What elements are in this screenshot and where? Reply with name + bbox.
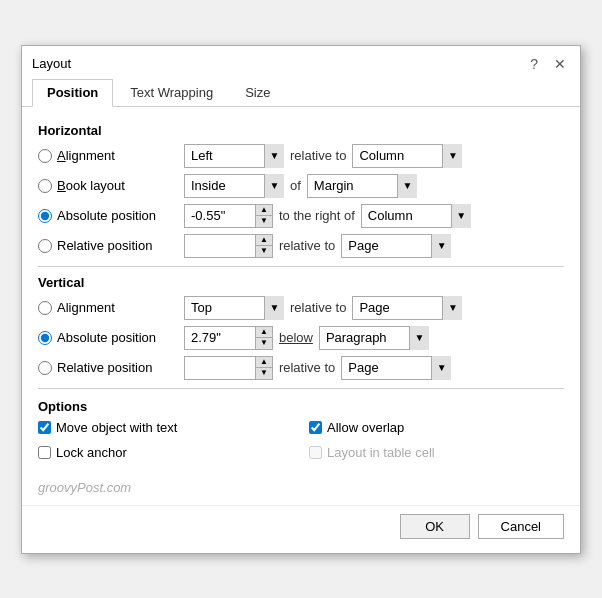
v-absolute-spin-down[interactable]: ▼ <box>256 338 272 349</box>
v-absolute-radio[interactable] <box>38 331 52 345</box>
v-absolute-relative-select[interactable]: ParagraphPageMarginLine <box>319 326 429 350</box>
h-relative-spinner: ▲ ▼ <box>184 234 273 258</box>
h-relative-radio-label[interactable]: Relative position <box>38 238 178 253</box>
v-alignment-radio-label[interactable]: Alignment <box>38 300 178 315</box>
v-alignment-relative-dropdown-wrap: PageMargin ▼ <box>352 296 462 320</box>
h-absolute-right-of-text: to the right of <box>279 208 355 223</box>
h-book-select[interactable]: InsideOutside <box>184 174 284 198</box>
h-alignment-label: Alignment <box>57 148 115 163</box>
h-book-row: Book layout InsideOutside ▼ of MarginPag… <box>38 174 564 198</box>
move-object-checkbox-label[interactable]: Move object with text <box>38 420 293 435</box>
options-grid: Move object with text Allow overlap Lock… <box>38 420 564 466</box>
layout-table-label: Layout in table cell <box>327 445 435 460</box>
h-absolute-input[interactable] <box>184 204 256 228</box>
v-absolute-input[interactable] <box>184 326 256 350</box>
v-relative-input[interactable] <box>184 356 256 380</box>
h-absolute-spin-down[interactable]: ▼ <box>256 216 272 227</box>
v-alignment-row: Alignment TopCenterBottom ▼ relative to … <box>38 296 564 320</box>
v-absolute-radio-label[interactable]: Absolute position <box>38 330 178 345</box>
h-relative-dropdown-wrap: PageMargin ▼ <box>341 234 451 258</box>
h-book-radio-label[interactable]: Book layout <box>38 178 178 193</box>
dialog-footer: OK Cancel <box>22 505 580 553</box>
h-book-of-text: of <box>290 178 301 193</box>
v-absolute-row: Absolute position ▲ ▼ below ParagraphPag… <box>38 326 564 350</box>
h-alignment-dropdown-wrap: LeftCenterRight ▼ <box>184 144 284 168</box>
h-relative-select[interactable]: PageMargin <box>341 234 451 258</box>
allow-overlap-checkbox-label[interactable]: Allow overlap <box>309 420 564 435</box>
layout-table-checkbox-label: Layout in table cell <box>309 445 564 460</box>
dialog-content: Horizontal Alignment LeftCenterRight ▼ r… <box>22 107 580 476</box>
allow-overlap-checkbox[interactable] <box>309 421 322 434</box>
h-relative-text: relative to <box>279 238 335 253</box>
v-alignment-label: Alignment <box>57 300 115 315</box>
tab-size[interactable]: Size <box>230 79 285 107</box>
cancel-button[interactable]: Cancel <box>478 514 564 539</box>
lock-anchor-checkbox-label[interactable]: Lock anchor <box>38 445 293 460</box>
v-relative-radio[interactable] <box>38 361 52 375</box>
options-section-label: Options <box>38 399 564 414</box>
h-relative-spin-up[interactable]: ▲ <box>256 235 272 247</box>
v-relative-spin-down[interactable]: ▼ <box>256 368 272 379</box>
h-relative-spinner-btns: ▲ ▼ <box>256 234 273 258</box>
h-book-dropdown-wrap: InsideOutside ▼ <box>184 174 284 198</box>
v-absolute-spinner-btns: ▲ ▼ <box>256 326 273 350</box>
v-absolute-spin-up[interactable]: ▲ <box>256 327 272 339</box>
v-alignment-dropdown-wrap: TopCenterBottom ▼ <box>184 296 284 320</box>
watermark: groovyPost.com <box>22 476 580 495</box>
h-alignment-relative-text: relative to <box>290 148 346 163</box>
h-relative-input[interactable] <box>184 234 256 258</box>
options-section: Options Move object with text Allow over… <box>38 399 564 466</box>
h-absolute-spin-up[interactable]: ▲ <box>256 205 272 217</box>
tab-position[interactable]: Position <box>32 79 113 107</box>
v-alignment-relative-select[interactable]: PageMargin <box>352 296 462 320</box>
h-alignment-relative-select[interactable]: ColumnPageMargin <box>352 144 462 168</box>
lock-anchor-checkbox[interactable] <box>38 446 51 459</box>
ok-button[interactable]: OK <box>400 514 470 539</box>
h-relative-radio[interactable] <box>38 239 52 253</box>
v-relative-text: relative to <box>279 360 335 375</box>
h-relative-row: Relative position ▲ ▼ relative to PageMa… <box>38 234 564 258</box>
v-relative-label: Relative position <box>57 360 152 375</box>
tab-text-wrapping[interactable]: Text Wrapping <box>115 79 228 107</box>
help-button[interactable]: ? <box>526 54 542 74</box>
v-relative-spinner-btns: ▲ ▼ <box>256 356 273 380</box>
layout-dialog: Layout ? ✕ Position Text Wrapping Size H… <box>21 45 581 554</box>
close-button[interactable]: ✕ <box>550 54 570 74</box>
vertical-section-label: Vertical <box>38 275 564 290</box>
v-relative-spin-up[interactable]: ▲ <box>256 357 272 369</box>
h-absolute-radio[interactable] <box>38 209 52 223</box>
h-absolute-relative-select[interactable]: ColumnPageMargin <box>361 204 471 228</box>
v-alignment-select[interactable]: TopCenterBottom <box>184 296 284 320</box>
h-book-radio[interactable] <box>38 179 52 193</box>
h-absolute-spinner-btns: ▲ ▼ <box>256 204 273 228</box>
v-relative-radio-label[interactable]: Relative position <box>38 360 178 375</box>
v-alignment-radio[interactable] <box>38 301 52 315</box>
dialog-title: Layout <box>32 56 71 71</box>
lock-anchor-label: Lock anchor <box>56 445 127 460</box>
v-relative-select[interactable]: PageMargin <box>341 356 451 380</box>
h-absolute-label: Absolute position <box>57 208 156 223</box>
h-book-relative-dropdown-wrap: MarginPage ▼ <box>307 174 417 198</box>
v-absolute-relative-dropdown-wrap: ParagraphPageMarginLine ▼ <box>319 326 429 350</box>
v-alignment-relative-text: relative to <box>290 300 346 315</box>
h-relative-label: Relative position <box>57 238 152 253</box>
h-absolute-radio-label[interactable]: Absolute position <box>38 208 178 223</box>
h-alignment-relative-dropdown-wrap: ColumnPageMargin ▼ <box>352 144 462 168</box>
move-object-checkbox[interactable] <box>38 421 51 434</box>
h-absolute-row: Absolute position ▲ ▼ to the right of Co… <box>38 204 564 228</box>
v-absolute-label: Absolute position <box>57 330 156 345</box>
v-absolute-below-text: below <box>279 330 313 345</box>
h-absolute-spinner: ▲ ▼ <box>184 204 273 228</box>
h-alignment-radio[interactable] <box>38 149 52 163</box>
v-relative-dropdown-wrap: PageMargin ▼ <box>341 356 451 380</box>
layout-table-checkbox <box>309 446 322 459</box>
horizontal-section-label: Horizontal <box>38 123 564 138</box>
h-alignment-row: Alignment LeftCenterRight ▼ relative to … <box>38 144 564 168</box>
h-alignment-radio-label[interactable]: Alignment <box>38 148 178 163</box>
h-book-relative-select[interactable]: MarginPage <box>307 174 417 198</box>
tab-bar: Position Text Wrapping Size <box>22 78 580 107</box>
title-bar: Layout ? ✕ <box>22 46 580 74</box>
h-relative-spin-down[interactable]: ▼ <box>256 246 272 257</box>
h-alignment-select[interactable]: LeftCenterRight <box>184 144 284 168</box>
title-bar-controls: ? ✕ <box>526 54 570 74</box>
